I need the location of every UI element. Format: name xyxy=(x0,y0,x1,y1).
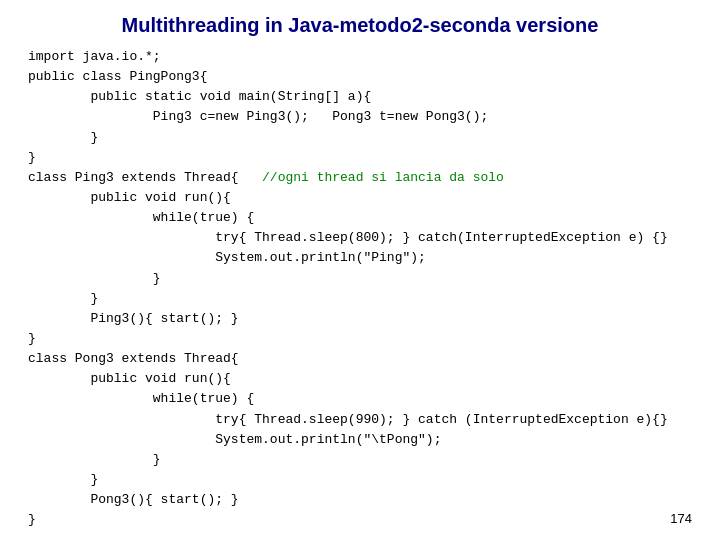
code-line: public class PingPong3{ xyxy=(28,67,692,87)
code-line: } xyxy=(28,470,692,490)
code-line: while(true) { xyxy=(28,389,692,409)
code-line: } xyxy=(28,269,692,289)
code-line: class Ping3 extends Thread{ //ogni threa… xyxy=(28,168,692,188)
code-line: } xyxy=(28,510,692,530)
code-line: public void run(){ xyxy=(28,369,692,389)
code-line: public void run(){ xyxy=(28,188,692,208)
code-line: try{ Thread.sleep(800); } catch(Interrup… xyxy=(28,228,692,248)
code-line: } xyxy=(28,128,692,148)
code-line: Pong3(){ start(); } xyxy=(28,490,692,510)
code-line: Ping3 c=new Ping3(); Pong3 t=new Pong3()… xyxy=(28,107,692,127)
code-line: class Pong3 extends Thread{ xyxy=(28,349,692,369)
code-line: public static void main(String[] a){ xyxy=(28,87,692,107)
code-line: try{ Thread.sleep(990); } catch (Interru… xyxy=(28,410,692,430)
code-block: import java.io.*;public class PingPong3{… xyxy=(0,47,720,530)
code-line: Ping3(){ start(); } xyxy=(28,309,692,329)
code-line: System.out.println("Ping"); xyxy=(28,248,692,268)
code-line: import java.io.*; xyxy=(28,47,692,67)
code-line: } xyxy=(28,329,692,349)
code-line: } xyxy=(28,148,692,168)
code-line: } xyxy=(28,289,692,309)
page-number: 174 xyxy=(670,511,692,526)
page-title: Multithreading in Java-metodo2-seconda v… xyxy=(0,0,720,47)
code-line: } xyxy=(28,450,692,470)
code-line: while(true) { xyxy=(28,208,692,228)
code-line: System.out.println("\tPong"); xyxy=(28,430,692,450)
